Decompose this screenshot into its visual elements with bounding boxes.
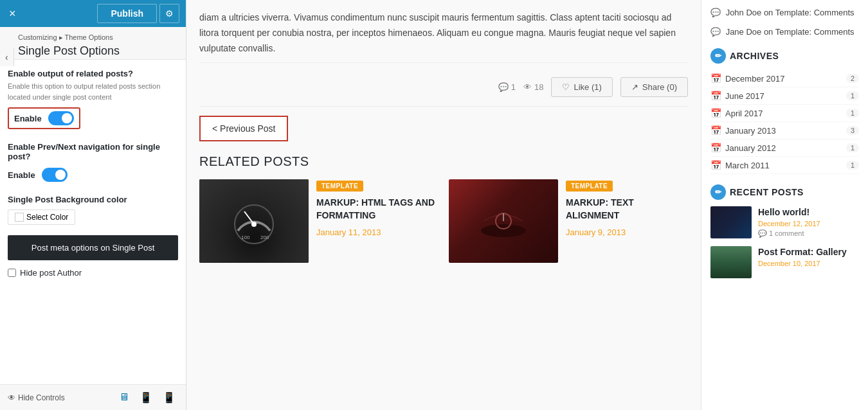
color-picker-label: Select Color	[26, 213, 68, 222]
breadcrumb-current: Theme Options	[64, 33, 113, 41]
hide-author-checkbox[interactable]	[8, 269, 16, 277]
recent-post-info-2: Post Format: Gallery December 10, 2017	[758, 246, 859, 269]
related-thumb-1: 100 200	[199, 179, 309, 263]
heart-icon: ♡	[562, 82, 570, 92]
panel-title: Single Post Options	[18, 42, 178, 58]
archive-month: January 2012	[725, 143, 776, 153]
car-interior-image	[449, 179, 558, 263]
comment-count: 1	[511, 82, 516, 92]
comment-stat: 💬 1	[498, 82, 516, 92]
main-content: diam a ultricies viverra. Vivamus condim…	[186, 0, 701, 410]
related-title: RELATED POSTS	[199, 154, 688, 169]
speedometer-image: 100 200	[199, 179, 309, 263]
left-panel: × Publish ⚙ ‹ Customizing ▸ Theme Option…	[0, 0, 186, 410]
close-button[interactable]: ×	[6, 4, 19, 23]
like-button[interactable]: ♡ Like (1)	[551, 77, 612, 97]
related-card-date-1: January 11, 2013	[316, 227, 439, 237]
recent-post-info-1: Hello world! December 12, 2017 💬 1 comme…	[758, 206, 859, 238]
post-meta-button[interactable]: Post meta options on Single Post	[8, 235, 178, 260]
related-posts-toggle-row: Enable	[8, 107, 80, 129]
recent-posts-icon: ✏	[710, 184, 726, 200]
recent-post-date-1: December 12, 2017	[758, 220, 859, 227]
related-title-normal: POSTS	[260, 154, 309, 168]
archive-count: 1	[846, 91, 859, 100]
recent-posts-title: ✏ RECENT POSTS	[710, 184, 859, 200]
svg-text:200: 200	[260, 235, 269, 240]
body-text: diam a ultricies viverra. Vivamus condim…	[199, 0, 688, 63]
calendar-icon: 📅	[710, 108, 721, 118]
views-count: 18	[534, 82, 543, 92]
panel-scroll: Enable output of related posts? Enable t…	[0, 60, 186, 384]
hide-controls[interactable]: 👁 Hide Controls	[8, 393, 65, 402]
comment-text-1: John Doe on Template: Comments	[726, 8, 854, 17]
back-button[interactable]: ‹	[0, 48, 14, 66]
archives-icon: ✏	[710, 48, 726, 64]
comment-icon-1: 💬	[710, 8, 721, 17]
device-icons: 🖥 📱 📱	[116, 390, 178, 405]
archives-title-label: ARCHIVES	[730, 51, 779, 61]
breadcrumb: Customizing ▸ Theme Options Single Post …	[0, 27, 186, 60]
related-card-2: TEMPLATE MARKUP: TEXT ALIGNMENT January …	[449, 179, 688, 263]
related-posts-toggle[interactable]	[48, 111, 74, 125]
related-card-title-1: MARKUP: HTML TAGS AND FORMATTING	[316, 197, 439, 222]
road-thumb	[710, 246, 752, 278]
bg-color-label: Single Post Background color	[8, 195, 178, 204]
prevnext-toggle-row: Enable	[8, 168, 68, 182]
archive-item: 📅 June 2017 1	[710, 87, 859, 105]
archive-month: March 2011	[725, 161, 770, 170]
prevnext-label: Enable Prev/Next navigation for single p…	[8, 142, 178, 161]
archive-month: June 2017	[725, 91, 764, 101]
archive-count: 1	[846, 143, 859, 152]
archives-title: ✏ ARCHIVES	[710, 48, 859, 64]
comment-icon: 💬	[498, 82, 509, 92]
color-picker-button[interactable]: Select Color	[8, 209, 75, 225]
share-icon: ↗	[631, 82, 638, 92]
top-bar: × Publish ⚙	[0, 0, 186, 27]
archive-item: 📅 January 2012 1	[710, 139, 859, 157]
calendar-icon: 📅	[710, 160, 721, 170]
related-card-title-2: MARKUP: TEXT ALIGNMENT	[566, 197, 688, 222]
breadcrumb-separator: ▸	[59, 33, 63, 41]
archive-month: January 2013	[725, 126, 776, 136]
mobile-icon[interactable]: 📱	[160, 390, 178, 405]
archive-month: April 2017	[725, 109, 763, 118]
calendar-icon: 📅	[710, 143, 721, 153]
calendar-icon: 📅	[710, 125, 721, 136]
related-card-date-2: January 9, 2013	[566, 227, 688, 237]
eye-stat-icon: 👁	[523, 82, 532, 92]
car-thumb	[710, 206, 752, 238]
related-grid: 100 200 TEMPLATE MARKUP: HTML TAGS AND F…	[199, 179, 688, 263]
related-posts-option: Enable output of related posts? Enable t…	[8, 69, 178, 129]
svg-point-5	[481, 224, 526, 237]
comment-icon-2: 💬	[710, 27, 721, 37]
archive-count: 3	[846, 126, 859, 135]
desktop-icon[interactable]: 🖥	[116, 390, 132, 405]
recent-post-title-1: Hello world!	[758, 206, 859, 218]
recent-posts-list: Hello world! December 12, 2017 💬 1 comme…	[710, 206, 859, 278]
prev-post-button[interactable]: < Previous Post	[199, 116, 288, 141]
hide-controls-label: Hide Controls	[18, 393, 65, 402]
calendar-icon: 📅	[710, 73, 721, 84]
views-stat: 👁 18	[523, 82, 543, 92]
share-button[interactable]: ↗ Share (0)	[620, 77, 688, 97]
archive-count: 2	[846, 74, 859, 83]
archive-count: 1	[846, 161, 859, 170]
prevnext-option: Enable Prev/Next navigation for single p…	[8, 142, 178, 182]
tablet-icon[interactable]: 📱	[137, 390, 155, 405]
archive-item: 📅 January 2013 3	[710, 122, 859, 139]
archive-item: 📅 April 2017 1	[710, 105, 859, 122]
template-badge-2: TEMPLATE	[566, 181, 613, 192]
comment-text-2: Jane Doe on Template: Comments	[726, 27, 854, 37]
recent-post-item: Hello world! December 12, 2017 💬 1 comme…	[710, 206, 859, 238]
related-posts-label: Enable output of related posts?	[8, 69, 178, 78]
hide-author-row: Hide post Author	[8, 268, 178, 278]
prevnext-toggle[interactable]	[42, 168, 68, 182]
template-badge-1: TEMPLATE	[316, 181, 363, 192]
hide-author-label: Hide post Author	[20, 268, 82, 278]
breadcrumb-parent: Customizing	[18, 33, 57, 41]
eye-icon: 👁	[8, 393, 15, 402]
recent-post-date-2: December 10, 2017	[758, 260, 859, 267]
archive-item: 📅 December 2017 2	[710, 70, 859, 87]
publish-button[interactable]: Publish	[97, 4, 157, 23]
gear-button[interactable]: ⚙	[159, 4, 179, 23]
